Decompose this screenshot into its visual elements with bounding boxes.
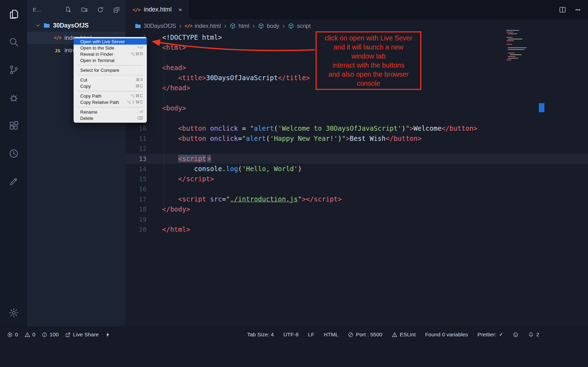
code-line-18[interactable]: 18</body> [126,204,588,214]
status-port-5500[interactable]: Port : 5500 [348,331,382,338]
menu-separator [77,65,143,66]
activity-debug-button[interactable] [0,84,27,112]
activity-search-button[interactable] [0,28,27,56]
code-icon: </> [184,23,192,28]
code-line-19[interactable]: 19 [126,214,588,224]
code-line-8[interactable]: 8<body> [126,103,588,113]
menu-item-open-with-live-server[interactable]: Open with Live Server [74,38,147,45]
activity-source-control-button[interactable] [0,56,27,84]
line-number: 13 [126,154,162,164]
menu-item-copy-relative-path[interactable]: Copy Relative Path⌥⇧⌘C [74,99,147,105]
breadcrumb-body[interactable]: body [258,23,279,29]
menu-item-rename[interactable]: Rename⏎ [74,109,147,115]
tabs-container: </>index.html✕ [126,0,189,19]
status-smiley[interactable] [513,332,519,338]
tab-index-html[interactable]: </>index.html✕ [126,0,189,19]
cube-icon [258,23,264,29]
new-file-button[interactable] [65,6,72,13]
bolt-icon [105,332,111,338]
explorer-actions [65,6,120,13]
folder-icon [135,23,141,29]
more-actions-button[interactable]: ⋯ [575,5,580,15]
code-line-9[interactable]: 9 [126,113,588,123]
code-icon: </> [133,7,140,12]
status-prettier[interactable]: Prettier:✓ [477,331,503,338]
refresh-button[interactable] [97,6,104,13]
explorer-icon [8,9,19,20]
status-live-share[interactable]: Live Share [65,331,99,338]
annotation-line: window tab [317,52,420,61]
annotation-line: click on open with Live Sever [317,33,420,43]
tree-root-30daysofjs[interactable]: 30DaysOfJS [27,19,126,32]
activity-pen-button[interactable] [0,167,27,195]
menu-item-copy-path[interactable]: Copy Path⌥⌘C [74,93,147,99]
menu-item-cut[interactable]: Cut⌘X [74,77,147,83]
breadcrumb-30daysofjs[interactable]: 30DaysOfJS [135,23,176,29]
code-line-17[interactable]: 17 <script src="./introduction.js"></scr… [126,194,588,204]
refresh-icon [97,6,104,13]
menu-item-reveal-in-finder[interactable]: Reveal in Finder⌥⌘R [74,51,147,57]
breadcrumb-script[interactable]: script [288,23,310,29]
breadcrumb-index-html[interactable]: </>index.html [184,23,221,29]
line-number: 17 [126,194,162,204]
menu-item-copy[interactable]: Copy⌘C [74,83,147,89]
menu-item-select-for-compare[interactable]: Select for Compare [74,67,147,73]
code-line-13[interactable]: 13 <script> [126,154,588,164]
new-file-icon [65,6,72,13]
line-number: 15 [126,174,162,184]
code-line-10[interactable]: 10 <button onclick = "alert('Welcome to … [126,123,588,133]
status-utf-8[interactable]: UTF-8 [283,331,299,338]
annotation-line: console [317,79,420,88]
activity-explorer-button[interactable] [0,0,27,28]
clock-icon [8,148,19,159]
code-line-11[interactable]: 11 <button onclick="alert('Happy New Yea… [126,133,588,144]
new-folder-button[interactable] [81,6,88,13]
breadcrumb-separator: › [252,22,255,30]
tab-close-button[interactable]: ✕ [179,6,182,13]
code-line-7[interactable]: 7 [126,93,588,103]
breadcrumb-separator: › [179,22,181,30]
minimap[interactable] [506,30,541,61]
status-eslint[interactable]: ESLint [392,331,416,338]
status-lf[interactable]: LF [308,331,314,338]
menu-item-open-in-terminal[interactable]: Open in Terminal [74,57,147,63]
code-line-15[interactable]: 15 </script> [126,174,588,184]
menu-separator [77,91,143,91]
status-100[interactable]: 100 [42,331,59,338]
line-number: 20 [126,224,162,235]
line-number: 12 [126,144,162,154]
extensions-icon [8,120,19,131]
status-bolt[interactable] [105,332,111,338]
status-2[interactable]: 2 [528,331,539,338]
code-line-16[interactable]: 16 [126,184,588,194]
code-line-20[interactable]: 20</html> [126,224,588,235]
status-found-0-variables[interactable]: Found 0 variables [425,331,468,338]
code-line-14[interactable]: 14 console.log('Hello, World') [126,164,588,174]
menu-item-delete[interactable]: Delete⌫ [74,115,147,121]
line-number: 11 [126,133,162,144]
collapse-all-button[interactable] [113,6,120,13]
status-tab-size-4[interactable]: Tab Size: 4 [247,331,274,338]
code-line-12[interactable]: 12 [126,144,588,154]
activity-clock-button[interactable] [0,139,27,167]
status-right-items: Tab Size: 4UTF-8LFHTMLPort : 5500ESLintF… [247,331,581,338]
debug-icon [8,92,19,103]
editor-actions: ⋯ [559,0,580,19]
indent-guide [164,43,164,214]
line-number: 14 [126,164,162,174]
breadcrumb-separator: › [282,22,285,30]
status-0[interactable]: 0 [24,331,36,338]
status-html[interactable]: HTML [324,331,338,338]
cube-icon [288,23,294,29]
warning-icon [24,332,30,338]
pen-icon [8,176,19,187]
search-icon [8,37,19,47]
cube-icon [229,23,236,29]
status-0[interactable]: 0 [7,331,18,338]
activity-bar [0,0,27,327]
menu-item-open-to-the-side[interactable]: Open to the Side^⏎ [74,45,147,51]
breadcrumb-html[interactable]: html [229,23,249,29]
activity-settings-button[interactable] [0,299,27,327]
split-editor-button[interactable] [559,6,566,14]
activity-extensions-button[interactable] [0,112,27,139]
